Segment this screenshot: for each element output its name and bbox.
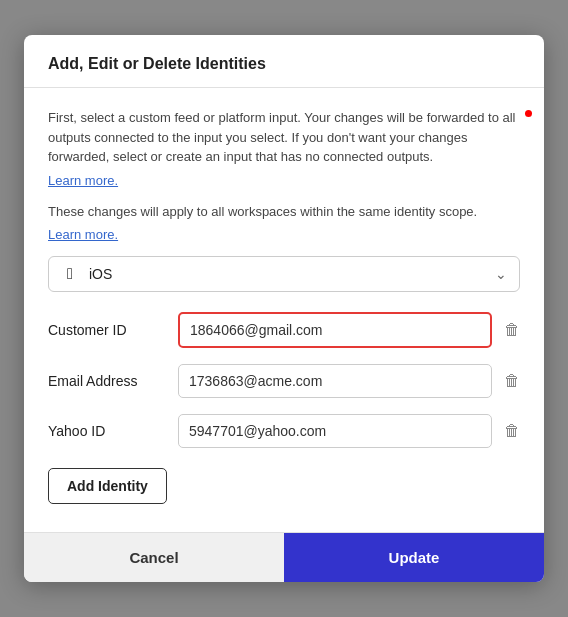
- learn-more-link-1[interactable]: Learn more.: [48, 173, 118, 188]
- identity-input-0[interactable]: [178, 312, 492, 348]
- identity-label-0: Customer ID: [48, 322, 178, 338]
- identity-row-2: Yahoo ID 🗑: [48, 414, 520, 448]
- identity-row-0: Customer ID 🗑: [48, 312, 520, 348]
- identity-label-1: Email Address: [48, 373, 178, 389]
- add-identity-button[interactable]: Add Identity: [48, 468, 167, 504]
- delete-icon-0[interactable]: 🗑: [504, 321, 520, 339]
- modal-header: Add, Edit or Delete Identities: [24, 35, 544, 88]
- cancel-button[interactable]: Cancel: [24, 533, 284, 582]
- learn-more-link-2[interactable]: Learn more.: [48, 227, 118, 242]
- platform-dropdown[interactable]:  iOS ⌄: [48, 256, 520, 292]
- modal-title: Add, Edit or Delete Identities: [48, 55, 520, 73]
- description-text-2: These changes will apply to all workspac…: [48, 202, 520, 222]
- identity-row-1: Email Address 🗑: [48, 364, 520, 398]
- modal-container: Add, Edit or Delete Identities First, se…: [24, 35, 544, 582]
- identity-label-2: Yahoo ID: [48, 423, 178, 439]
- description-text-1: First, select a custom feed or platform …: [48, 108, 520, 167]
- update-button[interactable]: Update: [284, 533, 544, 582]
- modal-body: First, select a custom feed or platform …: [24, 88, 544, 524]
- delete-icon-2[interactable]: 🗑: [504, 422, 520, 440]
- identity-input-1[interactable]: [178, 364, 492, 398]
- apple-icon: : [61, 265, 79, 283]
- red-dot-indicator: [525, 110, 532, 117]
- modal-footer: Cancel Update: [24, 532, 544, 582]
- chevron-down-icon: ⌄: [495, 266, 507, 282]
- delete-icon-1[interactable]: 🗑: [504, 372, 520, 390]
- identity-input-2[interactable]: [178, 414, 492, 448]
- platform-label: iOS: [89, 266, 495, 282]
